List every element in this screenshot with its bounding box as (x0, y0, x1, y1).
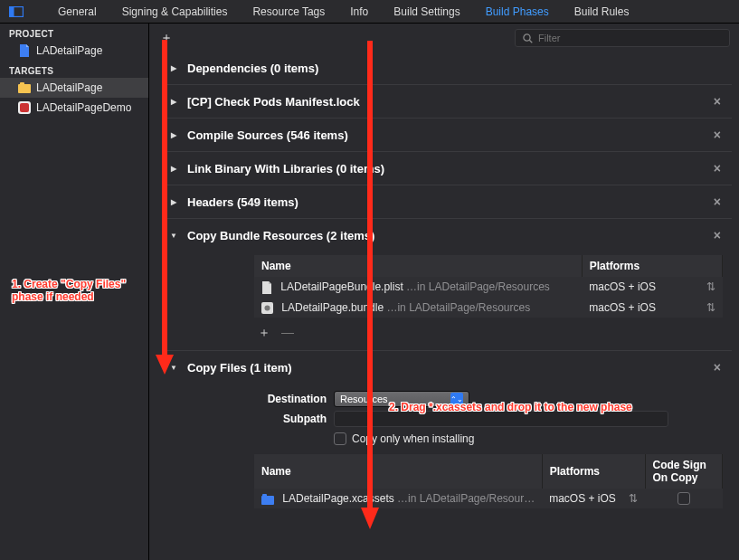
add-phase-button[interactable]: ＋ (160, 30, 173, 46)
phase-copy-files: ▼ Copy Files (1 item) × Destination Reso… (164, 351, 732, 517)
phase-head-headers[interactable]: ▶ Headers (549 items) × (164, 185, 732, 218)
svg-rect-10 (261, 496, 274, 505)
col-codesign[interactable]: Code Sign On Copy (645, 454, 722, 489)
copy-files-body: Destination Resources ⌃⌄ Subpath Copy on… (164, 384, 732, 517)
copy-bundle-table: Name Platforms LADetailPageBundle.plist … (254, 255, 723, 318)
app-icon (18, 101, 31, 114)
target-row-0[interactable]: LADetailPage (0, 78, 148, 98)
phase-dependencies: ▶ Dependencies (0 items) (164, 52, 732, 85)
phase-title: [CP] Check Pods Manifest.lock (187, 95, 701, 109)
phase-list: ▶ Dependencies (0 items) ▶ [CP] Check Po… (149, 52, 739, 560)
phase-check-pods: ▶ [CP] Check Pods Manifest.lock × (164, 85, 732, 119)
svg-rect-5 (20, 103, 29, 112)
copy-bundle-body: Name Platforms LADetailPageBundle.plist … (164, 252, 732, 350)
remove-phase-icon[interactable]: × (710, 161, 725, 176)
tab-build-rules[interactable]: Build Rules (562, 0, 642, 24)
platforms-value: macOS + iOS (589, 280, 656, 293)
file-path: …in LADetailPage/Resources (406, 280, 550, 293)
remove-phase-icon[interactable]: × (710, 128, 725, 142)
phase-head-copy-files[interactable]: ▼ Copy Files (1 item) × (164, 351, 732, 384)
remove-phase-icon[interactable]: × (710, 195, 725, 209)
phase-head-dependencies[interactable]: ▶ Dependencies (0 items) (164, 52, 732, 84)
tab-info[interactable]: Info (337, 0, 381, 24)
project-name: LADetailPage (36, 44, 102, 57)
copy-only-checkbox[interactable] (334, 432, 346, 445)
table-row[interactable]: LADetailPage.bundle …in LADetailPage/Res… (254, 298, 723, 318)
phase-title: Headers (549 items) (187, 195, 701, 209)
table-row[interactable]: LADetailPage.xcassets …in LADetailPage/R… (254, 489, 723, 508)
xcassets-folder-icon (261, 494, 274, 505)
copy-only-label: Copy only when installing (352, 432, 474, 445)
targets-header: TARGETS (0, 61, 148, 78)
phase-title: Dependencies (0 items) (187, 62, 725, 75)
phase-title: Copy Files (1 item) (187, 361, 701, 375)
col-platforms[interactable]: Platforms (542, 454, 645, 489)
phase-head-link[interactable]: ▶ Link Binary With Libraries (0 items) × (164, 152, 732, 185)
phase-head-compile[interactable]: ▶ Compile Sources (546 items) × (164, 119, 732, 151)
tab-signing[interactable]: Signing & Capabilities (109, 0, 241, 24)
col-name[interactable]: Name (254, 255, 582, 277)
plist-file-icon (261, 281, 272, 294)
phase-copy-bundle: ▼ Copy Bundle Resources (2 items) × Name… (164, 219, 732, 351)
destination-popup[interactable]: Resources ⌃⌄ (334, 391, 469, 407)
target-name-0: LADetailPage (36, 81, 102, 94)
phase-head-check-pods[interactable]: ▶ [CP] Check Pods Manifest.lock × (164, 85, 732, 118)
file-name: LADetailPage.bundle (281, 301, 384, 314)
table-row[interactable]: LADetailPageBundle.plist …in LADetailPag… (254, 277, 723, 298)
phase-head-copy-bundle[interactable]: ▼ Copy Bundle Resources (2 items) × (164, 219, 732, 252)
file-name: LADetailPageBundle.plist (280, 280, 403, 293)
main-panel: ＋ ▶ Dependencies (0 items) ▶ [CP] Check … (149, 24, 739, 560)
filter-icon (523, 33, 533, 43)
tab-general[interactable]: General (45, 0, 109, 24)
project-icon (18, 44, 31, 57)
add-file-button[interactable]: ＋ (258, 325, 270, 341)
platforms-value: macOS + iOS (549, 492, 616, 505)
disclosure-down-icon: ▼ (169, 232, 178, 240)
platforms-value: macOS + iOS (589, 301, 656, 314)
project-row[interactable]: LADetailPage (0, 41, 148, 61)
target-row-1[interactable]: LADetailPageDemo (0, 98, 148, 118)
disclosure-right-icon: ▶ (169, 131, 178, 139)
subpath-field[interactable] (334, 411, 668, 427)
col-name[interactable]: Name (254, 454, 542, 489)
filter-input[interactable] (538, 33, 722, 43)
svg-rect-2 (18, 84, 31, 93)
tab-resource-tags[interactable]: Resource Tags (240, 0, 337, 24)
destination-label: Destination (254, 393, 327, 405)
disclosure-right-icon: ▶ (169, 198, 178, 206)
tab-build-phases[interactable]: Build Phases (473, 0, 562, 24)
file-path: …in LADetailPage/Resources (386, 301, 530, 314)
phase-title: Copy Bundle Resources (2 items) (187, 229, 701, 242)
phase-toolbar: ＋ (149, 24, 739, 52)
popup-arrows-icon: ⌃⌄ (450, 393, 463, 405)
bundle-file-icon (261, 302, 273, 314)
target-name-1: LADetailPageDemo (36, 101, 131, 114)
updown-icon[interactable]: ⇅ (706, 280, 715, 293)
framework-icon (18, 82, 31, 93)
remove-phase-icon[interactable]: × (710, 94, 725, 109)
disclosure-right-icon: ▶ (169, 98, 178, 106)
disclosure-down-icon: ▼ (169, 364, 178, 372)
svg-rect-11 (262, 494, 267, 497)
svg-rect-1 (10, 6, 14, 16)
disclosure-right-icon: ▶ (169, 165, 178, 173)
updown-icon[interactable]: ⇅ (629, 492, 638, 505)
filter-field[interactable] (515, 29, 730, 47)
svg-line-7 (529, 40, 532, 43)
file-path: …in LADetailPage/Resour… (397, 492, 535, 505)
svg-point-9 (265, 306, 270, 311)
project-sidebar: PROJECT LADetailPage TARGETS LADetailPag… (0, 24, 149, 560)
copy-files-table: Name Platforms Code Sign On Copy LADetai… (254, 454, 723, 508)
remove-phase-icon[interactable]: × (710, 228, 725, 242)
remove-phase-icon[interactable]: × (710, 360, 725, 375)
updown-icon[interactable]: ⇅ (706, 301, 715, 314)
phase-headers: ▶ Headers (549 items) × (164, 185, 732, 219)
sidebar-toggle-icon[interactable] (4, 6, 29, 17)
codesign-checkbox[interactable] (677, 492, 690, 505)
phase-title: Link Binary With Libraries (0 items) (187, 162, 701, 176)
file-name: LADetailPage.xcassets (282, 492, 393, 505)
remove-file-button[interactable]: — (281, 325, 294, 341)
tab-build-settings[interactable]: Build Settings (381, 0, 472, 24)
phase-title: Compile Sources (546 items) (187, 128, 701, 142)
col-platforms[interactable]: Platforms (582, 255, 722, 277)
